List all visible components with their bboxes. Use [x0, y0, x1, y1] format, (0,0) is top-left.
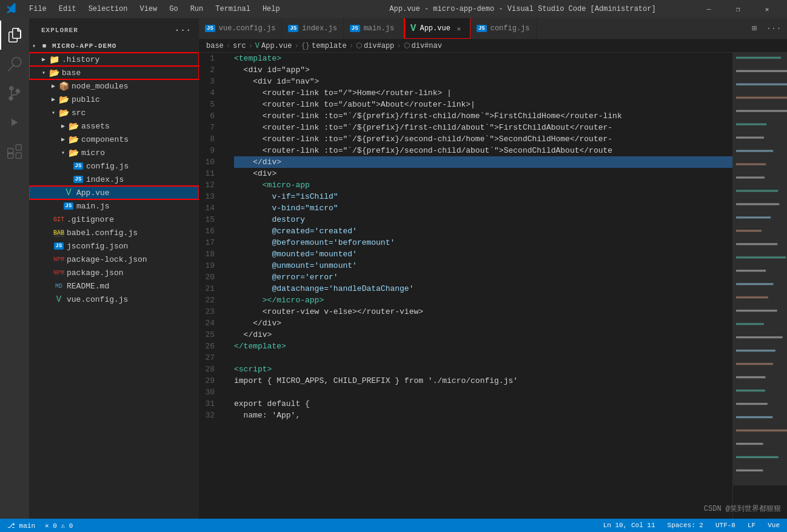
sidebar-item-vue-config[interactable]: V vue.config.js: [29, 293, 199, 306]
activity-run[interactable]: [0, 108, 29, 137]
readme-label: README.md: [67, 282, 109, 291]
activity-bar: [0, 18, 29, 519]
tab-index-js[interactable]: JS index.js: [282, 18, 343, 39]
code-line-24: </div>: [234, 318, 732, 329]
node-modules-label: node_modules: [72, 82, 129, 91]
sidebar-item-jsconfig[interactable]: JS jsconfig.json: [29, 239, 199, 253]
code-line-29: import { MICRO_APPS, CHILD_PREFIX } from…: [234, 375, 732, 387]
code-line-4: <router-link to="/">Home</router-link> |: [234, 87, 732, 99]
line-numbers: 1234567891011121314151617181920212223242…: [199, 53, 229, 519]
sidebar-item-history[interactable]: ▶ 📁 .history: [29, 53, 199, 66]
tab-vue-config[interactable]: JS vue.config.js: [199, 18, 282, 39]
code-line-7: <router-link :to="`/${prefix}/first-chil…: [234, 122, 732, 133]
sidebar-item-babel-config[interactable]: BAB babel.config.js: [29, 226, 199, 239]
tab-config-js[interactable]: JS config.js: [471, 18, 537, 39]
sidebar-item-src[interactable]: ▾ 📂 src: [29, 106, 199, 119]
status-branch[interactable]: ⎇ main: [5, 522, 38, 530]
code-line-12: <micro-app: [234, 179, 732, 191]
breadcrumb-template[interactable]: {} template: [301, 42, 347, 50]
package-json-label: package.json: [67, 268, 124, 278]
tab-config-js-label: config.js: [491, 24, 530, 33]
sidebar-item-config-js[interactable]: JS config.js: [29, 159, 199, 173]
menu-selection[interactable]: Selection: [84, 4, 133, 15]
sidebar-item-assets[interactable]: ▶ 📂 assets: [29, 119, 199, 133]
tab-vue-config-label: vue.config.js: [219, 24, 276, 33]
close-button[interactable]: ✕: [753, 0, 781, 18]
app-vue-label: App.vue: [76, 188, 110, 198]
activity-source-control[interactable]: [0, 79, 29, 108]
sidebar-item-base[interactable]: ▾ 📂 base: [29, 66, 199, 79]
sidebar-header: EXPLORER ···: [29, 18, 199, 39]
breadcrumb-src[interactable]: src: [233, 42, 246, 50]
status-encoding[interactable]: UTF-8: [713, 522, 738, 529]
project-root[interactable]: ▾ ■ MICRO-APP-DEMO: [29, 39, 199, 53]
sidebar-item-gitignore[interactable]: GIT .gitignore: [29, 213, 199, 226]
breadcrumb-div-nav[interactable]: ⬡ div#nav: [404, 41, 442, 50]
menu-view[interactable]: View: [135, 4, 162, 15]
menu-help[interactable]: Help: [258, 4, 285, 15]
breadcrumb: base › src › V App.vue › {} template › ⬡…: [199, 39, 787, 53]
code-line-10: </div>: [234, 156, 732, 168]
tab-main-js-icon: JS: [350, 25, 360, 32]
sidebar-item-public[interactable]: ▶ 📂 public: [29, 93, 199, 106]
tab-main-js[interactable]: JS main.js: [344, 18, 404, 39]
assets-label: assets: [81, 122, 110, 131]
vue-config-label: vue.config.js: [67, 295, 128, 304]
code-line-13: v-if="isChild": [234, 191, 732, 202]
sidebar-item-package-json[interactable]: NPM package.json: [29, 266, 199, 279]
code-content[interactable]: <template> <div id="app"> <div id="nav">…: [229, 53, 732, 519]
code-line-21: @datachange='handleDataChange': [234, 283, 732, 294]
status-spaces[interactable]: Spaces: 2: [665, 522, 706, 529]
menu-run[interactable]: Run: [186, 4, 209, 15]
sidebar-item-node-modules[interactable]: ▶ 📦 node_modules: [29, 79, 199, 93]
history-label: .history: [62, 55, 99, 64]
activity-search[interactable]: [0, 50, 29, 79]
menu-terminal[interactable]: Terminal: [210, 4, 255, 15]
activity-extensions[interactable]: [0, 137, 29, 166]
tab-config-js-icon: JS: [477, 25, 487, 32]
code-line-20: @error='error': [234, 271, 732, 283]
status-errors[interactable]: ✕ 0 ⚠ 0: [42, 522, 75, 530]
menu-go[interactable]: Go: [164, 4, 183, 15]
code-line-8: <router-link :to="`/${prefix}/second-chi…: [234, 133, 732, 145]
status-line-col[interactable]: Ln 10, Col 11: [601, 522, 658, 529]
more-tabs-button[interactable]: ···: [765, 20, 782, 37]
jsconfig-label: jsconfig.json: [67, 242, 128, 251]
explorer-title: EXPLORER: [41, 27, 78, 34]
sidebar-item-index-js[interactable]: JS index.js: [29, 173, 199, 186]
sidebar-item-app-vue[interactable]: V App.vue: [29, 186, 199, 199]
code-line-31: export default {: [234, 398, 732, 410]
config-js-label: config.js: [86, 162, 129, 171]
code-line-17: @beforemount='beforemount': [234, 237, 732, 248]
breadcrumb-base[interactable]: base: [206, 42, 224, 50]
activity-explorer[interactable]: [0, 21, 29, 50]
vscode-icon: [6, 2, 17, 16]
menu-file[interactable]: File: [24, 4, 52, 15]
menu-edit[interactable]: Edit: [54, 4, 81, 15]
maximize-button[interactable]: ❐: [724, 0, 752, 18]
status-language[interactable]: Vue: [765, 522, 782, 529]
sidebar-item-micro[interactable]: ▾ 📂 micro: [29, 146, 199, 159]
status-line-ending[interactable]: LF: [745, 522, 758, 529]
tab-app-vue-label: App.vue: [420, 24, 450, 33]
tab-app-vue[interactable]: V App.vue ✕: [404, 18, 471, 39]
breadcrumb-app-vue[interactable]: V App.vue: [255, 42, 292, 50]
babel-config-label: babel.config.js: [67, 228, 138, 238]
code-line-2: <div id="app">: [234, 64, 732, 76]
sidebar-item-main-js[interactable]: JS main.js: [29, 199, 199, 213]
micro-label: micro: [81, 148, 105, 158]
breadcrumb-div-app[interactable]: ⬡ div#app: [356, 41, 394, 50]
minimize-button[interactable]: —: [695, 0, 723, 18]
sidebar-item-readme[interactable]: MD README.md: [29, 279, 199, 293]
gitignore-label: .gitignore: [67, 215, 114, 224]
editor-area: 1234567891011121314151617181920212223242…: [199, 53, 787, 519]
code-line-23: <router-view v-else></router-view>: [234, 306, 732, 318]
split-editor-button[interactable]: ⊞: [746, 20, 763, 37]
sidebar-more-button[interactable]: ···: [175, 25, 192, 35]
tab-app-vue-close[interactable]: ✕: [454, 24, 464, 33]
sidebar-item-components[interactable]: ▶ 📂 components: [29, 133, 199, 146]
sidebar-item-package-lock[interactable]: NPM package-lock.json: [29, 253, 199, 266]
components-label: components: [81, 135, 129, 144]
code-line-15: destory: [234, 214, 732, 225]
code-editor[interactable]: 1234567891011121314151617181920212223242…: [199, 53, 787, 519]
